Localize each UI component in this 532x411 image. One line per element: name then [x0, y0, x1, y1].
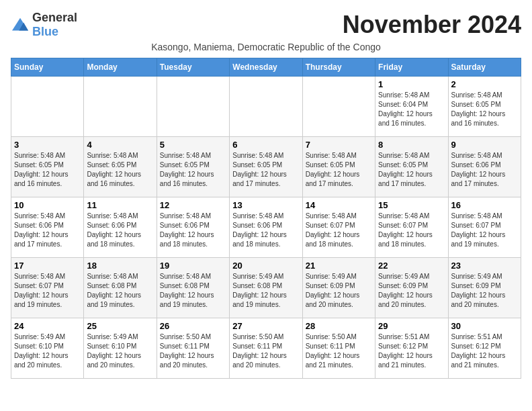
day-info: Sunrise: 5:48 AMSunset: 6:05 PMDaylight:…	[378, 151, 445, 189]
day-number: 25	[87, 321, 153, 331]
day-info: Sunrise: 5:49 AMSunset: 6:09 PMDaylight:…	[378, 272, 445, 310]
day-info: Sunrise: 5:48 AMSunset: 6:07 PMDaylight:…	[378, 212, 445, 249]
calendar-cell: 4Sunrise: 5:48 AMSunset: 6:05 PMDaylight…	[84, 137, 157, 197]
day-info: Sunrise: 5:48 AMSunset: 6:07 PMDaylight:…	[306, 212, 372, 249]
day-info: Sunrise: 5:50 AMSunset: 6:11 PMDaylight:…	[306, 332, 372, 370]
day-info: Sunrise: 5:51 AMSunset: 6:12 PMDaylight:…	[451, 332, 518, 370]
day-number: 12	[160, 200, 226, 210]
calendar-cell: 23Sunrise: 5:49 AMSunset: 6:09 PMDayligh…	[448, 258, 521, 318]
calendar-cell: 25Sunrise: 5:49 AMSunset: 6:10 PMDayligh…	[84, 318, 157, 379]
calendar-cell: 2Sunrise: 5:48 AMSunset: 6:05 PMDaylight…	[448, 77, 521, 137]
day-number: 20	[232, 261, 299, 271]
calendar-cell: 29Sunrise: 5:51 AMSunset: 6:12 PMDayligh…	[375, 318, 448, 379]
weekday-header-row: SundayMondayTuesdayWednesdayThursdayFrid…	[11, 58, 521, 77]
weekday-header-friday: Friday	[375, 58, 448, 77]
calendar-cell: 6Sunrise: 5:48 AMSunset: 6:05 PMDaylight…	[230, 137, 302, 197]
day-number: 23	[451, 261, 518, 271]
day-info: Sunrise: 5:49 AMSunset: 6:09 PMDaylight:…	[451, 272, 518, 310]
logo-general-text: General	[32, 11, 77, 24]
calendar-cell	[11, 77, 84, 137]
day-info: Sunrise: 5:49 AMSunset: 6:10 PMDaylight:…	[14, 332, 81, 370]
logo-blue-text: Blue	[32, 25, 58, 38]
day-number: 11	[87, 200, 153, 210]
calendar-cell: 26Sunrise: 5:50 AMSunset: 6:11 PMDayligh…	[157, 318, 229, 379]
day-info: Sunrise: 5:48 AMSunset: 6:05 PMDaylight:…	[14, 151, 81, 189]
day-info: Sunrise: 5:50 AMSunset: 6:11 PMDaylight:…	[232, 332, 299, 370]
day-info: Sunrise: 5:49 AMSunset: 6:09 PMDaylight:…	[306, 272, 372, 310]
day-info: Sunrise: 5:49 AMSunset: 6:10 PMDaylight:…	[87, 332, 153, 370]
calendar-cell: 20Sunrise: 5:49 AMSunset: 6:08 PMDayligh…	[230, 258, 302, 318]
calendar-week-row: 1Sunrise: 5:48 AMSunset: 6:04 PMDaylight…	[11, 77, 521, 137]
calendar-cell	[84, 77, 157, 137]
calendar-week-row: 24Sunrise: 5:49 AMSunset: 6:10 PMDayligh…	[11, 318, 521, 379]
calendar-cell: 19Sunrise: 5:48 AMSunset: 6:08 PMDayligh…	[157, 258, 229, 318]
day-number: 14	[306, 200, 372, 210]
day-number: 9	[451, 140, 518, 150]
calendar-table: SundayMondayTuesdayWednesdayThursdayFrid…	[11, 58, 521, 379]
calendar-week-row: 17Sunrise: 5:48 AMSunset: 6:07 PMDayligh…	[11, 258, 521, 318]
day-number: 28	[306, 321, 372, 331]
day-info: Sunrise: 5:48 AMSunset: 6:08 PMDaylight:…	[160, 272, 226, 310]
day-info: Sunrise: 5:48 AMSunset: 6:05 PMDaylight:…	[232, 151, 299, 189]
weekday-header-monday: Monday	[84, 58, 157, 77]
day-info: Sunrise: 5:50 AMSunset: 6:11 PMDaylight:…	[160, 332, 226, 370]
calendar-cell	[302, 77, 375, 137]
day-number: 2	[451, 79, 518, 89]
day-info: Sunrise: 5:48 AMSunset: 6:07 PMDaylight:…	[14, 272, 81, 310]
weekday-header-saturday: Saturday	[448, 58, 521, 77]
day-number: 27	[232, 321, 299, 331]
day-info: Sunrise: 5:48 AMSunset: 6:06 PMDaylight:…	[14, 212, 81, 249]
weekday-header-wednesday: Wednesday	[230, 58, 302, 77]
calendar-cell: 1Sunrise: 5:48 AMSunset: 6:04 PMDaylight…	[375, 77, 448, 137]
calendar-subtitle: Kasongo, Maniema, Democratic Republic of…	[11, 42, 521, 52]
day-info: Sunrise: 5:48 AMSunset: 6:05 PMDaylight:…	[451, 91, 518, 128]
day-info: Sunrise: 5:48 AMSunset: 6:05 PMDaylight:…	[87, 151, 153, 189]
day-number: 30	[451, 321, 518, 331]
day-number: 26	[160, 321, 226, 331]
calendar-cell	[230, 77, 302, 137]
day-number: 15	[378, 200, 445, 210]
day-info: Sunrise: 5:48 AMSunset: 6:04 PMDaylight:…	[378, 91, 445, 128]
day-number: 21	[306, 261, 372, 271]
calendar-cell: 13Sunrise: 5:48 AMSunset: 6:06 PMDayligh…	[230, 197, 302, 258]
day-info: Sunrise: 5:48 AMSunset: 6:06 PMDaylight:…	[451, 151, 518, 189]
calendar-cell: 24Sunrise: 5:49 AMSunset: 6:10 PMDayligh…	[11, 318, 84, 379]
calendar-cell: 15Sunrise: 5:48 AMSunset: 6:07 PMDayligh…	[375, 197, 448, 258]
logo: General Blue	[11, 11, 77, 39]
day-number: 1	[378, 79, 445, 89]
day-info: Sunrise: 5:48 AMSunset: 6:07 PMDaylight:…	[451, 212, 518, 249]
day-number: 22	[378, 261, 445, 271]
calendar-cell: 5Sunrise: 5:48 AMSunset: 6:05 PMDaylight…	[157, 137, 229, 197]
day-info: Sunrise: 5:48 AMSunset: 6:06 PMDaylight:…	[87, 212, 153, 249]
logo-icon	[11, 17, 30, 33]
calendar-cell: 17Sunrise: 5:48 AMSunset: 6:07 PMDayligh…	[11, 258, 84, 318]
day-number: 13	[232, 200, 299, 210]
day-info: Sunrise: 5:48 AMSunset: 6:05 PMDaylight:…	[160, 151, 226, 189]
month-title: November 2024	[343, 11, 521, 39]
calendar-cell: 3Sunrise: 5:48 AMSunset: 6:05 PMDaylight…	[11, 137, 84, 197]
calendar-week-row: 10Sunrise: 5:48 AMSunset: 6:06 PMDayligh…	[11, 197, 521, 258]
header: General Blue November 2024	[11, 11, 521, 39]
day-number: 16	[451, 200, 518, 210]
day-info: Sunrise: 5:48 AMSunset: 6:06 PMDaylight:…	[160, 212, 226, 249]
weekday-header-tuesday: Tuesday	[157, 58, 229, 77]
calendar-cell: 18Sunrise: 5:48 AMSunset: 6:08 PMDayligh…	[84, 258, 157, 318]
day-info: Sunrise: 5:51 AMSunset: 6:12 PMDaylight:…	[378, 332, 445, 370]
day-number: 24	[14, 321, 81, 331]
calendar-week-row: 3Sunrise: 5:48 AMSunset: 6:05 PMDaylight…	[11, 137, 521, 197]
calendar-cell	[157, 77, 229, 137]
day-number: 19	[160, 261, 226, 271]
day-number: 4	[87, 140, 153, 150]
calendar-cell: 12Sunrise: 5:48 AMSunset: 6:06 PMDayligh…	[157, 197, 229, 258]
calendar-cell: 14Sunrise: 5:48 AMSunset: 6:07 PMDayligh…	[302, 197, 375, 258]
day-info: Sunrise: 5:48 AMSunset: 6:05 PMDaylight:…	[306, 151, 372, 189]
calendar-cell: 9Sunrise: 5:48 AMSunset: 6:06 PMDaylight…	[448, 137, 521, 197]
day-number: 29	[378, 321, 445, 331]
calendar-cell: 28Sunrise: 5:50 AMSunset: 6:11 PMDayligh…	[302, 318, 375, 379]
day-info: Sunrise: 5:48 AMSunset: 6:08 PMDaylight:…	[87, 272, 153, 310]
day-info: Sunrise: 5:49 AMSunset: 6:08 PMDaylight:…	[232, 272, 299, 310]
calendar-cell: 7Sunrise: 5:48 AMSunset: 6:05 PMDaylight…	[302, 137, 375, 197]
day-number: 5	[160, 140, 226, 150]
calendar-cell: 30Sunrise: 5:51 AMSunset: 6:12 PMDayligh…	[448, 318, 521, 379]
day-number: 17	[14, 261, 81, 271]
